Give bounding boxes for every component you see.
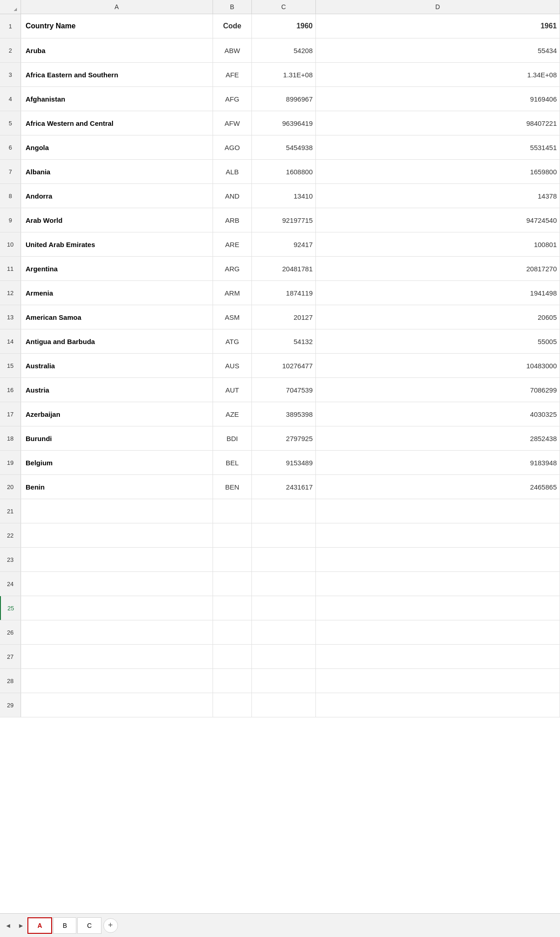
cell-a-country[interactable]: Belgium — [21, 451, 213, 474]
cell-c-1960[interactable]: 3895398 — [252, 402, 316, 426]
cell-b-code[interactable]: AFW — [213, 111, 252, 135]
cell-empty-a[interactable] — [21, 620, 213, 644]
cell-empty-a[interactable] — [21, 523, 213, 547]
cell-b-code[interactable]: ARB — [213, 208, 252, 232]
cell-a-country[interactable]: Burundi — [21, 426, 213, 450]
cell-a-country[interactable]: Andorra — [21, 184, 213, 208]
cell-a-country[interactable]: Austria — [21, 378, 213, 402]
cell-empty-d[interactable] — [316, 620, 560, 644]
cell-empty-c[interactable] — [252, 548, 316, 571]
cell-c-1960[interactable]: 9153489 — [252, 451, 316, 474]
cell-d-1961[interactable]: 2852438 — [316, 426, 560, 450]
cell-c-1960[interactable]: 20127 — [252, 305, 316, 329]
cell-empty-d[interactable] — [316, 596, 560, 620]
cell-b-code[interactable]: ARE — [213, 232, 252, 256]
cell-b-code[interactable]: BDI — [213, 426, 252, 450]
cell-d-1961[interactable]: 100801 — [316, 232, 560, 256]
cell-empty-b[interactable] — [213, 548, 252, 571]
cell-empty-b[interactable] — [213, 523, 252, 547]
cell-c-1960[interactable]: 8996967 — [252, 87, 316, 111]
cell-empty-c[interactable] — [252, 669, 316, 693]
cell-empty-a[interactable] — [21, 669, 213, 693]
sheet-tab-b[interactable]: B — [53, 917, 76, 934]
cell-b-code[interactable]: BEN — [213, 475, 252, 499]
cell-empty-b[interactable] — [213, 693, 252, 717]
tab-nav-next[interactable]: ► — [15, 919, 27, 932]
cell-empty-c[interactable] — [252, 620, 316, 644]
cell-empty-d[interactable] — [316, 645, 560, 668]
cell-b-code[interactable]: AFE — [213, 63, 252, 86]
cell-c-1960[interactable]: 54208 — [252, 38, 316, 62]
cell-empty-d[interactable] — [316, 548, 560, 571]
col-header-a[interactable]: A — [21, 0, 213, 14]
cell-c-1960[interactable]: 2797925 — [252, 426, 316, 450]
cell-a-country[interactable]: Argentina — [21, 257, 213, 280]
tab-add-button[interactable]: + — [103, 918, 118, 933]
cell-d-1961[interactable]: 10483000 — [316, 354, 560, 377]
cell-c-1960[interactable]: 5454938 — [252, 135, 316, 159]
cell-d-1961[interactable]: 1941498 — [316, 281, 560, 305]
col-header-b[interactable]: B — [213, 0, 252, 14]
cell-d-1961[interactable]: 1.34E+08 — [316, 63, 560, 86]
cell-b-code[interactable]: ALB — [213, 160, 252, 183]
cell-a-country[interactable]: Albania — [21, 160, 213, 183]
cell-b-code[interactable]: AFG — [213, 87, 252, 111]
cell-b-code[interactable]: AZE — [213, 402, 252, 426]
cell-empty-d[interactable] — [316, 669, 560, 693]
cell-empty-a[interactable] — [21, 596, 213, 620]
cell-empty-a[interactable] — [21, 499, 213, 523]
cell-empty-c[interactable] — [252, 693, 316, 717]
cell-c-1960[interactable]: 1.31E+08 — [252, 63, 316, 86]
cell-b-code[interactable]: BEL — [213, 451, 252, 474]
cell-c-1960[interactable]: 2431617 — [252, 475, 316, 499]
cell-empty-c[interactable] — [252, 596, 316, 620]
cell-d-1961[interactable]: 94724540 — [316, 208, 560, 232]
cell-d-1961[interactable]: 9183948 — [316, 451, 560, 474]
cell-empty-a[interactable] — [21, 693, 213, 717]
cell-empty-d[interactable] — [316, 693, 560, 717]
cell-d-1961[interactable]: 1659800 — [316, 160, 560, 183]
cell-empty-a[interactable] — [21, 645, 213, 668]
cell-empty-b[interactable] — [213, 620, 252, 644]
cell-d-1961[interactable]: 5531451 — [316, 135, 560, 159]
cell-empty-b[interactable] — [213, 645, 252, 668]
cell-c-1960[interactable]: 10276477 — [252, 354, 316, 377]
cell-b-code[interactable]: ABW — [213, 38, 252, 62]
cell-d-1961[interactable]: 20605 — [316, 305, 560, 329]
cell-empty-c[interactable] — [252, 523, 316, 547]
cell-d-1961[interactable]: 9169406 — [316, 87, 560, 111]
cell-a-country[interactable]: American Samoa — [21, 305, 213, 329]
cell-d-1961[interactable]: 55434 — [316, 38, 560, 62]
cell-a-country[interactable]: Australia — [21, 354, 213, 377]
cell-empty-c[interactable] — [252, 645, 316, 668]
cell-c-1960[interactable]: 96396419 — [252, 111, 316, 135]
cell-a-country[interactable]: Arab World — [21, 208, 213, 232]
cell-empty-c[interactable] — [252, 499, 316, 523]
cell-empty-b[interactable] — [213, 499, 252, 523]
cell-a-country[interactable]: Armenia — [21, 281, 213, 305]
cell-empty-b[interactable] — [213, 572, 252, 596]
cell-d-1961[interactable]: 20817270 — [316, 257, 560, 280]
cell-d-1961[interactable]: 55005 — [316, 329, 560, 353]
cell-c-1960[interactable]: 92197715 — [252, 208, 316, 232]
cell-d-1961[interactable]: 98407221 — [316, 111, 560, 135]
cell-empty-d[interactable] — [316, 572, 560, 596]
col-header-c[interactable]: C — [252, 0, 316, 14]
cell-c-1960[interactable]: 92417 — [252, 232, 316, 256]
cell-a-country[interactable]: Azerbaijan — [21, 402, 213, 426]
cell-empty-a[interactable] — [21, 572, 213, 596]
sheet-tab-a[interactable]: A — [27, 917, 52, 934]
cell-a-country[interactable]: Benin — [21, 475, 213, 499]
cell-a-country[interactable]: Aruba — [21, 38, 213, 62]
cell-b-code[interactable]: AUT — [213, 378, 252, 402]
cell-b-code[interactable]: ARM — [213, 281, 252, 305]
cell-empty-d[interactable] — [316, 499, 560, 523]
cell-b-code[interactable]: ASM — [213, 305, 252, 329]
cell-d-1961[interactable]: 2465865 — [316, 475, 560, 499]
cell-b-code[interactable]: AND — [213, 184, 252, 208]
cell-b-code[interactable]: AUS — [213, 354, 252, 377]
cell-b-code[interactable]: ARG — [213, 257, 252, 280]
cell-a-country[interactable]: Africa Eastern and Southern — [21, 63, 213, 86]
cell-a-country[interactable]: Antigua and Barbuda — [21, 329, 213, 353]
cell-d-1961[interactable]: 7086299 — [316, 378, 560, 402]
